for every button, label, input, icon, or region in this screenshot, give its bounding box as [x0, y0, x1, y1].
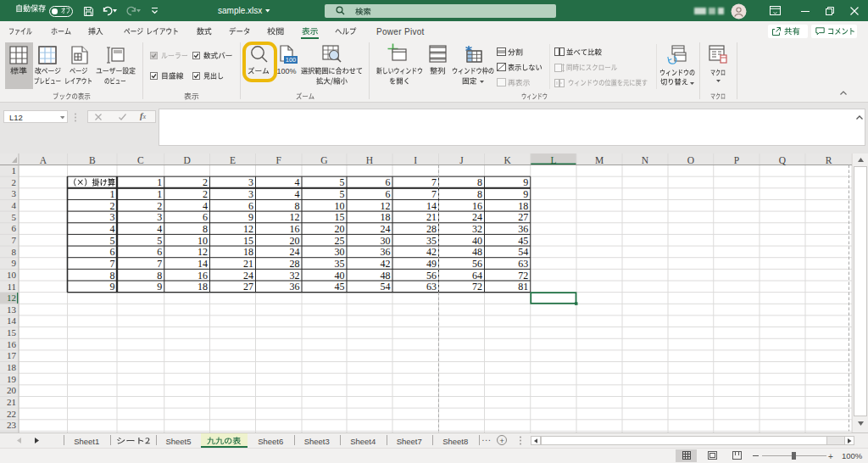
svg-text:6: 6	[157, 246, 162, 258]
svg-text:5: 5	[12, 212, 17, 222]
svg-text:54: 54	[381, 281, 391, 293]
svg-text:6: 6	[12, 223, 17, 233]
svg-text:19: 19	[7, 374, 17, 384]
svg-text:12: 12	[381, 200, 391, 212]
svg-text:100: 100	[286, 56, 297, 64]
svg-text:7: 7	[12, 235, 17, 245]
svg-text:6: 6	[248, 200, 253, 212]
svg-text:14: 14	[7, 315, 17, 326]
svg-text:40: 40	[472, 235, 482, 247]
svg-text:18: 18	[198, 281, 208, 293]
svg-text:2: 2	[157, 200, 162, 212]
svg-text:18: 18	[7, 362, 17, 372]
svg-text:5: 5	[110, 235, 115, 247]
svg-text:64: 64	[472, 270, 482, 282]
svg-text:27: 27	[243, 281, 253, 293]
svg-text:J: J	[459, 155, 464, 165]
svg-text:4: 4	[203, 200, 208, 212]
svg-text:49: 49	[426, 258, 437, 270]
svg-text:3: 3	[110, 211, 115, 223]
svg-text:27: 27	[518, 211, 528, 223]
svg-text:10: 10	[198, 235, 208, 247]
svg-text:21: 21	[7, 397, 16, 407]
svg-text:35: 35	[335, 258, 345, 270]
svg-text:8: 8	[477, 188, 482, 200]
svg-text:3: 3	[157, 211, 162, 223]
svg-text:R: R	[826, 155, 832, 165]
svg-text:3: 3	[248, 188, 253, 200]
svg-text:72: 72	[472, 281, 482, 293]
svg-text:2: 2	[203, 176, 208, 188]
svg-text:14: 14	[198, 258, 208, 270]
svg-text:H: H	[366, 155, 373, 165]
svg-text:36: 36	[290, 281, 300, 293]
svg-text:45: 45	[518, 235, 528, 247]
svg-text:24: 24	[290, 246, 300, 258]
svg-text:6: 6	[386, 176, 391, 188]
svg-text:7: 7	[157, 258, 162, 270]
svg-text:63: 63	[426, 281, 437, 293]
svg-text:28: 28	[426, 223, 437, 235]
svg-text:5: 5	[340, 188, 345, 200]
svg-text:16: 16	[7, 339, 17, 349]
svg-text:7: 7	[110, 258, 115, 270]
svg-text:63: 63	[518, 258, 528, 270]
svg-text:5: 5	[340, 176, 345, 188]
svg-text:36: 36	[518, 223, 528, 235]
svg-text:9: 9	[523, 188, 528, 200]
svg-text:4: 4	[110, 223, 115, 235]
svg-text:4: 4	[12, 200, 17, 210]
svg-text:O: O	[687, 155, 694, 165]
svg-text:18: 18	[381, 211, 391, 223]
svg-text:6: 6	[110, 246, 115, 258]
svg-text:20: 20	[7, 385, 17, 395]
svg-text:L: L	[550, 155, 556, 165]
svg-text:81: 81	[518, 281, 528, 293]
svg-text:4: 4	[295, 188, 300, 200]
svg-text:25: 25	[335, 235, 345, 247]
svg-text:P: P	[734, 155, 739, 165]
svg-text:28: 28	[290, 258, 300, 270]
svg-text:E: E	[230, 155, 236, 165]
svg-text:21: 21	[426, 211, 437, 223]
svg-text:30: 30	[335, 246, 345, 258]
svg-text:16: 16	[290, 223, 300, 235]
svg-text:9: 9	[248, 211, 253, 223]
svg-text:72: 72	[518, 270, 528, 282]
svg-text:5: 5	[157, 235, 162, 247]
svg-text:48: 48	[381, 270, 391, 282]
svg-text:8: 8	[295, 200, 300, 212]
svg-text:3: 3	[248, 176, 253, 188]
svg-text:Q: Q	[779, 155, 787, 165]
svg-text:I: I	[414, 155, 417, 165]
svg-text:2: 2	[12, 177, 17, 187]
svg-text:21: 21	[243, 258, 253, 270]
svg-text:9: 9	[110, 281, 115, 293]
svg-text:1: 1	[110, 188, 115, 200]
svg-text:18: 18	[518, 200, 528, 212]
svg-text:8: 8	[203, 223, 208, 235]
svg-text:24: 24	[381, 223, 391, 235]
svg-text:C: C	[137, 155, 144, 165]
svg-text:K: K	[504, 155, 511, 165]
svg-text:11: 11	[7, 282, 16, 292]
svg-text:45: 45	[335, 281, 345, 293]
svg-text:1: 1	[157, 188, 162, 200]
svg-text:M: M	[595, 155, 604, 165]
svg-text:32: 32	[290, 270, 300, 282]
svg-text:9: 9	[157, 281, 162, 293]
svg-text:22: 22	[7, 409, 16, 419]
svg-text:8: 8	[157, 270, 162, 282]
svg-text:12: 12	[7, 293, 16, 303]
svg-text:1: 1	[12, 165, 17, 176]
svg-text:35: 35	[426, 235, 437, 247]
svg-text:17: 17	[7, 350, 17, 360]
svg-text:7: 7	[431, 188, 437, 200]
svg-text:18: 18	[243, 246, 253, 258]
svg-text:1: 1	[157, 176, 162, 188]
svg-text:16: 16	[472, 200, 482, 212]
svg-text:7: 7	[431, 176, 437, 188]
svg-text:20: 20	[290, 235, 300, 247]
svg-text:24: 24	[243, 270, 253, 282]
svg-text:9: 9	[12, 258, 17, 268]
